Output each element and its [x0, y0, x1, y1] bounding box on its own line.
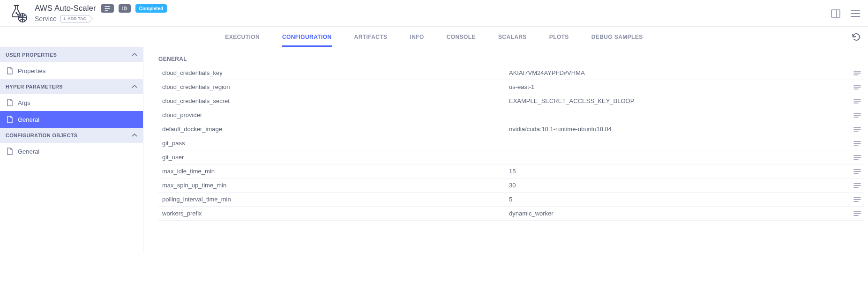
- param-row[interactable]: git_pass: [158, 136, 864, 150]
- param-value: nvidia/cuda:10.1-runtime-ubuntu18.04: [509, 126, 852, 133]
- tab-debug-samples[interactable]: DEBUG SAMPLES: [591, 27, 643, 47]
- row-menu-icon[interactable]: [852, 84, 862, 90]
- page-header: AWS Auto-Scaler ID Completed Service + A…: [0, 0, 868, 27]
- sidebar-item-label: General: [18, 148, 39, 155]
- panel-layout-icon[interactable]: [831, 8, 841, 19]
- param-key: max_idle_time_min: [162, 168, 509, 175]
- tab-bar: EXECUTIONCONFIGURATIONARTIFACTSINFOCONSO…: [0, 27, 868, 47]
- tab-info[interactable]: INFO: [410, 27, 424, 47]
- row-menu-icon[interactable]: [852, 70, 862, 76]
- project-logo: [7, 4, 28, 23]
- param-key: workers_prefix: [162, 210, 509, 217]
- tab-console[interactable]: CONSOLE: [447, 27, 476, 47]
- add-tag-label: ADD TAG: [67, 16, 86, 21]
- tab-configuration[interactable]: CONFIGURATION: [282, 27, 332, 47]
- param-row[interactable]: max_idle_time_min15: [158, 164, 864, 178]
- sidebar-item-args[interactable]: Args: [0, 94, 143, 111]
- section-label: HYPER PARAMETERS: [6, 84, 63, 89]
- chevron-up-icon: [132, 133, 137, 137]
- param-key: cloud_credentials_key: [162, 69, 509, 76]
- param-value: 30: [509, 182, 852, 189]
- section-user-properties[interactable]: USER PROPERTIES: [0, 47, 143, 62]
- section-hyper-parameters[interactable]: HYPER PARAMETERS: [0, 79, 143, 94]
- param-key: git_pass: [162, 140, 509, 147]
- page-subtitle: Service: [35, 15, 57, 22]
- param-row[interactable]: default_docker_imagenvidia/cuda:10.1-run…: [158, 122, 864, 136]
- param-row[interactable]: cloud_credentials_secretEXAMPLE_SECRET_A…: [158, 94, 864, 108]
- section-label: USER PROPERTIES: [6, 52, 57, 58]
- param-row[interactable]: git_user: [158, 150, 864, 164]
- sidebar-item-general[interactable]: General: [0, 111, 143, 128]
- tab-artifacts[interactable]: ARTIFACTS: [354, 27, 388, 47]
- param-row[interactable]: polling_interval_time_min5: [158, 193, 864, 207]
- row-menu-icon[interactable]: [852, 126, 862, 132]
- row-menu-icon[interactable]: [852, 169, 862, 174]
- row-menu-icon[interactable]: [852, 98, 862, 104]
- section-configuration-objects[interactable]: CONFIGURATION OBJECTS: [0, 128, 143, 143]
- menu-icon[interactable]: [850, 8, 861, 19]
- param-row[interactable]: cloud_credentials_keyAKIAI7VM24AYPFD#VHM…: [158, 66, 864, 80]
- content-heading: GENERAL: [158, 56, 864, 62]
- refresh-icon[interactable]: [851, 32, 861, 42]
- status-chip: Completed: [135, 4, 167, 13]
- param-key: polling_interval_time_min: [162, 196, 509, 203]
- param-row[interactable]: cloud_credentials_regionus-east-1: [158, 80, 864, 94]
- param-key: cloud_credentials_secret: [162, 97, 509, 104]
- row-menu-icon[interactable]: [852, 183, 862, 188]
- chevron-up-icon: [132, 85, 137, 89]
- add-tag-button[interactable]: + ADD TAG: [60, 15, 90, 22]
- param-value: dynamic_worker: [509, 210, 852, 217]
- description-chip-icon[interactable]: [101, 4, 114, 13]
- param-key: git_user: [162, 154, 509, 161]
- sidebar-item-label: Properties: [18, 67, 45, 74]
- row-menu-icon[interactable]: [852, 197, 862, 202]
- row-menu-icon[interactable]: [852, 211, 862, 216]
- param-value: AKIAI7VM24AYPFD#VHMA: [509, 69, 852, 76]
- param-value: 15: [509, 168, 852, 175]
- row-menu-icon[interactable]: [852, 155, 862, 160]
- param-key: cloud_credentials_region: [162, 83, 509, 90]
- tab-plots[interactable]: PLOTS: [549, 27, 569, 47]
- svg-rect-6: [831, 10, 840, 17]
- param-key: default_docker_image: [162, 126, 509, 133]
- page-title: AWS Auto-Scaler: [35, 4, 96, 13]
- sidebar-item-label: Args: [18, 99, 30, 106]
- sidebar-item-properties[interactable]: Properties: [0, 62, 143, 79]
- content-panel: GENERAL cloud_credentials_keyAKIAI7VM24A…: [143, 47, 868, 253]
- param-key: max_spin_up_time_min: [162, 182, 509, 189]
- param-row[interactable]: workers_prefixdynamic_worker: [158, 207, 864, 221]
- section-label: CONFIGURATION OBJECTS: [6, 133, 77, 138]
- row-menu-icon[interactable]: [852, 112, 862, 118]
- param-row[interactable]: max_spin_up_time_min30: [158, 178, 864, 193]
- sidebar-item-label: General: [18, 116, 39, 123]
- param-value: EXAMPLE_SECRET_ACCESS_KEY_BLOOP: [509, 97, 852, 104]
- svg-point-1: [17, 14, 18, 15]
- param-value: 5: [509, 196, 852, 203]
- param-key: cloud_provider: [162, 111, 509, 119]
- chevron-up-icon: [132, 53, 137, 57]
- config-sidebar: USER PROPERTIES Properties HYPER PARAMET…: [0, 47, 143, 253]
- param-value: us-east-1: [509, 83, 852, 90]
- tab-execution[interactable]: EXECUTION: [225, 27, 260, 47]
- id-chip[interactable]: ID: [119, 4, 131, 13]
- tab-scalars[interactable]: SCALARS: [498, 27, 527, 47]
- param-row[interactable]: cloud_provider: [158, 108, 864, 122]
- svg-point-0: [16, 13, 17, 14]
- row-menu-icon[interactable]: [852, 141, 862, 146]
- param-table: cloud_credentials_keyAKIAI7VM24AYPFD#VHM…: [158, 66, 864, 221]
- sidebar-item-config-general[interactable]: General: [0, 143, 143, 160]
